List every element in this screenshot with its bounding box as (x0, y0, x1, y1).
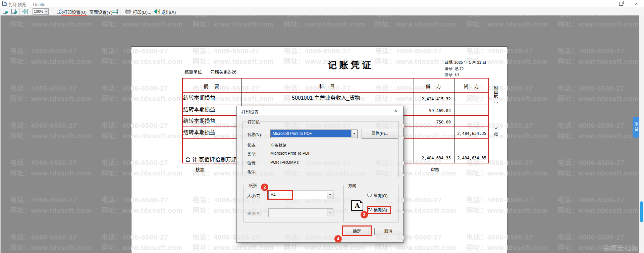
minimize-button[interactable] (598, 0, 613, 7)
cell-total-credit: 2,484,634.35 (455, 156, 486, 160)
cell-summary: 结转本期损益 (183, 116, 215, 124)
printer-location-label: 位置: (247, 160, 256, 166)
restore-icon (619, 2, 623, 6)
chevron-down-icon: ▼ (327, 209, 333, 216)
printer-name-label: 名称(N): (247, 132, 262, 137)
watermark-tile: 电话：4006-6500-27网址：www.tdxsoft.com (10, 120, 92, 141)
watermark-tile: 电话：4006-6500-27网址：www.tdxsoft.com (10, 195, 92, 216)
minimize-icon (604, 4, 607, 4)
print-settings-button[interactable]: 打印设置(U) (63, 9, 87, 15)
toolbar-separator (19, 8, 20, 15)
zoom-preview-icon[interactable] (56, 8, 64, 15)
feedback-side-tab[interactable]: 测试 (633, 117, 639, 138)
toolbar-separator (120, 8, 120, 15)
printer-comment-label: 备注: (247, 169, 256, 175)
table-row-separator (183, 92, 488, 93)
table-column-separator (414, 79, 414, 163)
cancel-button[interactable]: 取消 (374, 228, 402, 235)
cell-account: 5001001 主营业务收入_货物 (292, 93, 360, 101)
watermark-tile: 电话：4006-6500-27网址：www.tdxsoft.com (10, 158, 92, 179)
watermark-tile: 电话：4006-6500-27网址：www.tdxsoft.com (557, 120, 639, 141)
printer-type-label: 类型: (247, 151, 256, 157)
close-icon: × (394, 108, 397, 113)
app-preview-icon (2, 1, 7, 6)
table-row-separator (183, 104, 488, 104)
toolbar-separator (151, 8, 151, 15)
watermark-tile: 电话：4006-6500-27网址：www.tdxsoft.com (466, 15, 548, 30)
chevron-down-icon[interactable]: ▼ (327, 191, 333, 199)
exit-button[interactable]: 退出(X) (161, 9, 176, 15)
paper-size-label: 大小(Z): (247, 193, 262, 198)
cell-credit: 2,484,634.35 (455, 131, 486, 136)
voucher-title: 记账凭证 (328, 58, 373, 71)
printer-status-value: 准备就绪 (270, 142, 286, 148)
dialog-title: 打印设置 (241, 108, 259, 115)
exit-icon[interactable] (154, 8, 160, 14)
table-header-cell: 科 目 (319, 83, 335, 89)
printer-properties-button[interactable]: 属性(P)... (362, 129, 398, 139)
printer-location-value: PORTPROMPT: (270, 160, 299, 165)
cell-summary: 结转本期损益 (183, 128, 215, 136)
printer-icon[interactable] (125, 8, 131, 14)
cell-total-label: 合 计 (185, 155, 197, 163)
chevron-down-icon[interactable]: ▼ (351, 130, 357, 137)
annotation-box-paper-size (267, 190, 293, 200)
annotation-step-4: 4 (334, 235, 342, 243)
footer-review-label: 审核 (431, 166, 439, 172)
page-setup-button[interactable]: 页面设置(Y) (89, 9, 112, 15)
watermark-tile: 电话：4006-6500-27网址：www.tdxsoft.com (10, 83, 92, 104)
annotation-step-2: 2 (261, 184, 268, 191)
toolbar-separator (31, 8, 31, 15)
voucher-date: 日期: 2025 年 1 月 31 日 (444, 59, 486, 65)
first-page-icon[interactable] (2, 8, 9, 14)
dialog-titlebar[interactable] (237, 106, 403, 115)
watermark-tile: 电话：4006-6500-27网址：www.tdxsoft.com (10, 232, 92, 253)
community-watermark: 金蝶云社区 (603, 242, 638, 252)
watermark-tile: 电话：4006-6500-27网址：www.tdxsoft.com (557, 83, 639, 104)
window-left-edge (0, 7, 1, 253)
printer-name-select[interactable]: Microsoft Print to PDF ▼ (270, 130, 358, 138)
printer-type-value: Microsoft Print To PDF (270, 151, 311, 156)
cell-debit: 750.00 (415, 120, 451, 124)
dialog-close-button[interactable]: × (392, 108, 400, 114)
print-button[interactable]: 打印(D)... (133, 9, 151, 15)
unit-label: 核算单位 (184, 68, 202, 75)
close-button[interactable]: × (629, 0, 644, 7)
watermark-tile: 电话：4006-6500-27网址：www.tdxsoft.com (557, 195, 639, 216)
printer-name-value: Microsoft Print to PDF (271, 130, 351, 137)
zoom-dropdown-button[interactable]: ▼ (44, 8, 49, 15)
cell-total-chinese: 贰佰肆拾捌万肆仟 (199, 155, 242, 163)
table-header-cell: 借 方 (426, 83, 442, 89)
watermark-tile: 电话：4006-6500-27网址：www.tdxsoft.com (193, 15, 274, 30)
watermark-tile: 电话：4006-6500-27网址：www.tdxsoft.com (284, 15, 365, 30)
annotation-box-ok (342, 225, 372, 236)
watermark-tile: 电话：4006-6500-27网址：www.tdxsoft.com (237, 233, 274, 243)
toolbar: 电话：4006-6500-27网址：www.tdxsoft.com电话：4006… (0, 7, 644, 15)
restore-button[interactable] (613, 0, 629, 7)
unit-value: 勾稽关系2-26 (210, 68, 236, 75)
cell-debit: 59,469.03 (415, 108, 451, 113)
last-page-icon[interactable] (11, 8, 17, 14)
cell-total-debit: 2,484,634.35 (415, 156, 451, 160)
portrait-radio[interactable] (367, 193, 372, 197)
table-header-cell: 摘 要 (204, 83, 220, 89)
scrollbar-thumb[interactable] (640, 201, 643, 222)
cell-debit: 2,424,415.32 (415, 97, 451, 101)
watermark-tile: 电话：4006-6500-27网址：www.tdxsoft.com (557, 15, 639, 30)
page-margins-icon[interactable] (111, 8, 118, 14)
landscape-page-icon: A (351, 200, 363, 211)
zoom-level-input[interactable]: 100% (33, 8, 45, 15)
portrait-label: 纵向(O) (374, 193, 387, 198)
print-setup-dialog: 电话：4006-6500-27网址：www.tdxsoft.com电话：4006… (236, 106, 404, 243)
window-title: 打印预览 — Untitle (9, 1, 45, 7)
watermark-tile: 电话：4006-6500-27网址：www.tdxsoft.com (10, 46, 92, 67)
multi-page-view-icon[interactable] (21, 8, 28, 14)
attachment-note-top: 附单据（ (492, 86, 499, 103)
window-titlebar: 打印预览 — Untitle × (0, 0, 644, 7)
voucher-number: 编号: 记-72 (444, 66, 464, 71)
annotation-box-landscape (367, 206, 391, 214)
watermark-tile: 电话：4006-6500-27网址：www.tdxsoft.com (375, 15, 457, 30)
voucher-page-number: 页号: 1/1 (444, 72, 460, 77)
cell-summary: 结转本期损益 (183, 93, 215, 101)
attachment-note-bottom: ）张 (492, 128, 499, 136)
